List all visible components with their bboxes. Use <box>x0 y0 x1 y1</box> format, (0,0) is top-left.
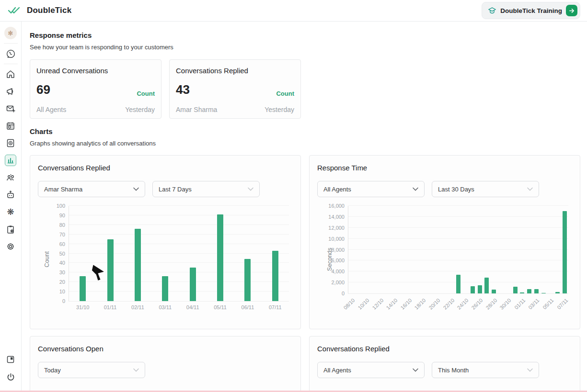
chevron-down-icon <box>133 187 139 191</box>
chevron-down-icon <box>133 368 139 372</box>
conversations-open-card: Conversations Open Today <box>30 336 301 392</box>
metric-period-label: Yesterday <box>125 106 155 113</box>
metric-agent-label: All Agents <box>36 106 66 113</box>
sidebar-item-email-campaigns[interactable] <box>0 100 22 117</box>
sidebar-item-collapse[interactable] <box>0 351 22 368</box>
sidebar-item-broadcast[interactable] <box>0 83 22 100</box>
agent-filter-dropdown[interactable]: All Agents <box>317 362 425 378</box>
settings-gear-icon <box>6 242 15 251</box>
period-filter-dropdown[interactable]: Today <box>38 362 145 378</box>
arrow-right-icon[interactable] <box>566 5 577 16</box>
y-axis-tick: 60 <box>59 241 65 247</box>
sidebar-item-home[interactable] <box>0 66 22 83</box>
x-axis-tick: 24/10 <box>456 297 470 311</box>
charts-section-title: Charts <box>30 127 580 135</box>
chart-title: Response Time <box>317 164 572 172</box>
sidebar-item-ai-assistant[interactable]: ❋ <box>0 203 22 221</box>
response-time-bar-chart: Seconds02,0004,0006,0008,00010,00012,000… <box>317 201 572 322</box>
metric-period-label: Yesterday <box>265 106 294 113</box>
y-axis-tick: 10,000 <box>328 236 345 242</box>
bar <box>217 214 223 301</box>
sidebar-item-team[interactable] <box>0 169 22 186</box>
agent-filter-value: All Agents <box>323 186 351 193</box>
y-axis-tick: 2,000 <box>331 280 345 285</box>
sidebar-item-tasks[interactable] <box>0 221 22 238</box>
x-axis-tick: 22/10 <box>442 297 455 311</box>
sidebar-item-analytics[interactable] <box>0 152 22 169</box>
bar <box>456 275 460 293</box>
x-axis-tick: 12/10 <box>371 297 384 311</box>
agent-filter-dropdown[interactable]: Amar Sharma <box>38 181 145 197</box>
bar <box>563 211 567 293</box>
analytics-chart-icon <box>5 155 16 166</box>
metric-cards-row: Unread Conversations 69 Count All Agents… <box>30 59 580 119</box>
training-button-label: DoubleTick Training <box>500 7 562 14</box>
bot-icon <box>6 190 15 200</box>
agent-filter-value: Amar Sharma <box>44 186 82 193</box>
chevron-down-icon <box>413 368 418 372</box>
y-axis-label: Count <box>44 251 50 267</box>
openai-icon: ❋ <box>7 208 14 216</box>
sidebar-item-logout[interactable] <box>0 368 22 385</box>
agent-filter-dropdown[interactable]: All Agents <box>317 181 425 197</box>
period-filter-dropdown[interactable]: This Month <box>432 362 539 378</box>
metric-value: 69 <box>36 82 50 97</box>
sidebar-item-settings[interactable] <box>0 238 22 255</box>
x-axis-tick: 28/10 <box>484 297 498 311</box>
x-axis-tick: 20/10 <box>428 297 441 311</box>
card-title: Conversations Replied <box>317 345 572 353</box>
graduation-cap-icon <box>488 7 496 14</box>
x-axis-tick: 01/11 <box>96 301 124 310</box>
sidebar-item-contacts[interactable] <box>0 134 22 152</box>
clipboard-clock-icon <box>6 224 15 234</box>
doubletick-logo-icon <box>8 6 20 15</box>
x-axis-tick: 06/11 <box>234 301 261 310</box>
bar <box>80 276 86 301</box>
y-axis-tick: 100 <box>57 203 65 209</box>
workspace-avatar[interactable]: ✻ <box>0 24 22 42</box>
y-axis-tick: 8,000 <box>331 247 345 253</box>
doubletick-training-button[interactable]: DoubleTick Training <box>482 2 580 19</box>
bar <box>162 276 168 301</box>
sidebar-item-whatsapp[interactable] <box>0 45 22 62</box>
chevron-down-icon <box>527 368 533 372</box>
bar <box>492 290 496 293</box>
period-filter-dropdown[interactable]: Last 30 Days <box>432 181 539 197</box>
contacts-book-icon <box>6 138 15 148</box>
x-axis-tick: 07/11 <box>262 301 289 310</box>
x-axis-tick: 04/11 <box>179 301 207 310</box>
plot-area: 02,0004,0006,0008,00010,00012,00014,0001… <box>348 206 568 294</box>
y-axis-tick: 4,000 <box>331 269 345 274</box>
conversations-replied-bar-chart: Count010203040506070809010031/1001/1102/… <box>38 201 293 322</box>
y-axis-tick: 6,000 <box>331 258 345 263</box>
sidebar-item-scheduled[interactable] <box>0 117 22 134</box>
power-icon <box>6 372 15 381</box>
whatsapp-icon <box>6 49 16 59</box>
period-filter-dropdown[interactable]: Last 7 Days <box>152 181 260 197</box>
agent-filter-value: All Agents <box>323 367 351 374</box>
app-header: DoubleTick DoubleTick Training <box>0 0 587 22</box>
sidebar-item-chatbot[interactable] <box>0 186 22 203</box>
sidebar: ✻ <box>0 22 22 392</box>
y-axis-tick: 40 <box>59 260 65 266</box>
bar <box>484 278 489 293</box>
chevron-down-icon <box>248 187 253 191</box>
sidebar-divider <box>4 64 18 64</box>
y-axis-tick: 14,000 <box>328 214 345 220</box>
y-axis-tick: 12,000 <box>328 225 345 231</box>
bar <box>135 229 141 301</box>
x-axis-tick: 30/10 <box>499 297 512 311</box>
x-axis-tick: 16/10 <box>399 297 413 311</box>
x-axis-tick: 08/10 <box>343 297 356 311</box>
period-filter-value: Last 30 Days <box>438 186 474 193</box>
y-axis-tick: 50 <box>59 251 65 257</box>
period-filter-value: This Month <box>438 367 469 374</box>
calendar-clock-icon <box>6 121 15 131</box>
x-axis-tick: 07/11 <box>556 297 569 310</box>
conversations-replied-bottom-card: Conversations Replied All Agents This Mo… <box>309 336 580 392</box>
unread-conversations-card: Unread Conversations 69 Count All Agents… <box>30 59 161 119</box>
y-axis-tick: 90 <box>59 213 65 218</box>
bar <box>513 287 518 293</box>
metric-unit-badge: Count <box>137 90 155 97</box>
x-axis-tick: 26/10 <box>470 297 483 311</box>
